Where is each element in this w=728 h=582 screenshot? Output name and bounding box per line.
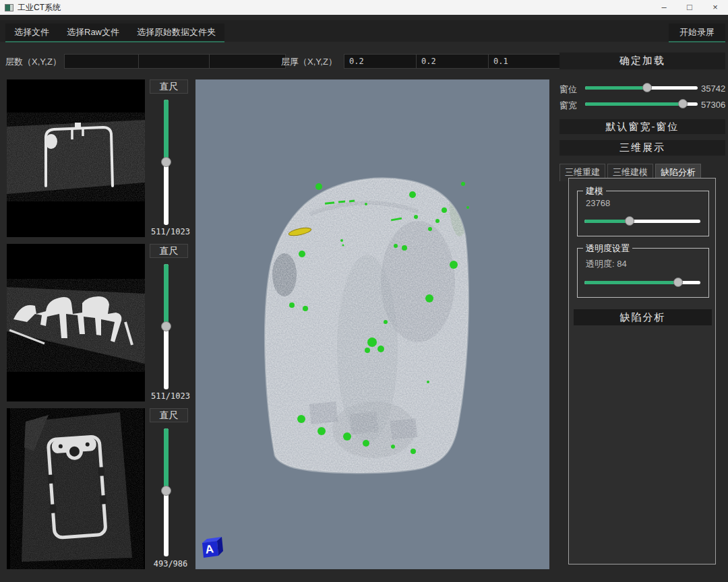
slice-view-3: 直尺 493/986 (7, 408, 190, 569)
slice-2-slider[interactable] (161, 264, 171, 389)
opacity-slider[interactable] (584, 277, 700, 288)
default-window-button[interactable]: 默认窗宽-窗位 (559, 119, 725, 134)
modeling-groupbox: 建模 23768 (577, 191, 709, 236)
slider-handle[interactable] (678, 99, 688, 108)
select-raw-file-button[interactable]: 选择Raw文件 (58, 24, 128, 41)
ruler-button-1[interactable]: 直尺 (150, 79, 188, 94)
svg-text:A: A (204, 542, 214, 556)
ct-slice-1-image[interactable] (7, 79, 145, 237)
ruler-button-2[interactable]: 直尺 (150, 244, 188, 258)
layers-y-input[interactable] (138, 54, 215, 69)
modeling-value: 23768 (586, 198, 610, 208)
slice-3-position: 493/986 (147, 559, 194, 569)
close-button[interactable]: × (702, 0, 728, 15)
modeling-slider[interactable] (584, 216, 700, 226)
industrial-ct-app: 工业CT系统 – □ × 选择文件 选择Raw文件 选择原始数据文件夹 开始录屏… (0, 0, 728, 582)
viewport-3d[interactable]: A (195, 79, 549, 569)
window-level-label: 窗位 (559, 84, 577, 96)
ct-slice-2-image[interactable] (7, 244, 145, 401)
select-raw-data-folder-button[interactable]: 选择原始数据文件夹 (128, 24, 224, 41)
minimize-button[interactable]: – (651, 0, 677, 15)
menu-bar: 选择文件 选择Raw文件 选择原始数据文件夹 开始录屏 (0, 20, 728, 42)
slider-track (585, 86, 698, 90)
opacity-groupbox: 透明度设置 透明度: 84 (577, 248, 709, 298)
ruler-button-3[interactable]: 直尺 (150, 408, 188, 422)
thickness-label: 层厚（X,Y,Z） (281, 56, 337, 68)
maximize-button[interactable]: □ (677, 0, 702, 15)
thickness-x-input[interactable] (344, 54, 421, 69)
slider-handle[interactable] (673, 278, 683, 287)
modeling-group-title: 建模 (583, 185, 606, 197)
layers-x-input[interactable] (64, 54, 141, 69)
slider-track (584, 220, 700, 223)
ct-slice-3-image[interactable] (7, 408, 145, 569)
display-3d-button[interactable]: 三维展示 (559, 140, 725, 156)
slice-view-2: 直尺 511/1023 (7, 244, 190, 401)
defect-analysis-panel: 建模 23768 透明度设置 透明度: 84 缺陷分析 (568, 178, 716, 564)
window-width-label: 窗宽 (559, 100, 577, 112)
slider-handle[interactable] (161, 157, 171, 167)
opacity-value-label: 透明度: 84 (586, 258, 627, 270)
window-level-value: 35742 (701, 84, 725, 94)
layers-label: 层数（X,Y,Z） (5, 56, 61, 68)
slider-handle[interactable] (625, 216, 634, 226)
slice-3-slider[interactable] (161, 428, 171, 556)
window-width-value: 57306 (701, 100, 725, 110)
slider-handle[interactable] (161, 486, 171, 496)
slider-track (584, 281, 700, 284)
file-menu-group: 选择文件 选择Raw文件 选择原始数据文件夹 (5, 24, 224, 42)
3d-render (195, 79, 549, 569)
slice-1-slider[interactable] (161, 100, 171, 225)
defect-analysis-button[interactable]: 缺陷分析 (574, 309, 712, 325)
select-file-button[interactable]: 选择文件 (5, 24, 58, 41)
window-width-slider[interactable] (585, 98, 698, 109)
window-level-slider[interactable] (585, 82, 698, 93)
window-title: 工业CT系统 (18, 2, 61, 13)
app-icon (5, 4, 13, 11)
slice-2-position: 511/1023 (147, 391, 194, 401)
thickness-y-input[interactable] (416, 54, 493, 69)
slice-view-1: 直尺 511/1023 (7, 79, 190, 237)
start-recording-button[interactable]: 开始录屏 (669, 24, 725, 42)
layers-z-input[interactable] (209, 54, 286, 69)
opacity-group-title: 透明度设置 (583, 243, 632, 255)
slider-handle[interactable] (642, 83, 652, 92)
orientation-cube-logo: A (200, 535, 226, 559)
slice-1-position: 511/1023 (147, 227, 194, 236)
window-controls: – □ × (651, 0, 728, 15)
confirm-load-button[interactable]: 确定加载 (559, 53, 725, 69)
thickness-z-input[interactable] (488, 54, 565, 69)
title-bar: 工业CT系统 – □ × (0, 0, 728, 15)
slider-handle[interactable] (161, 321, 171, 331)
